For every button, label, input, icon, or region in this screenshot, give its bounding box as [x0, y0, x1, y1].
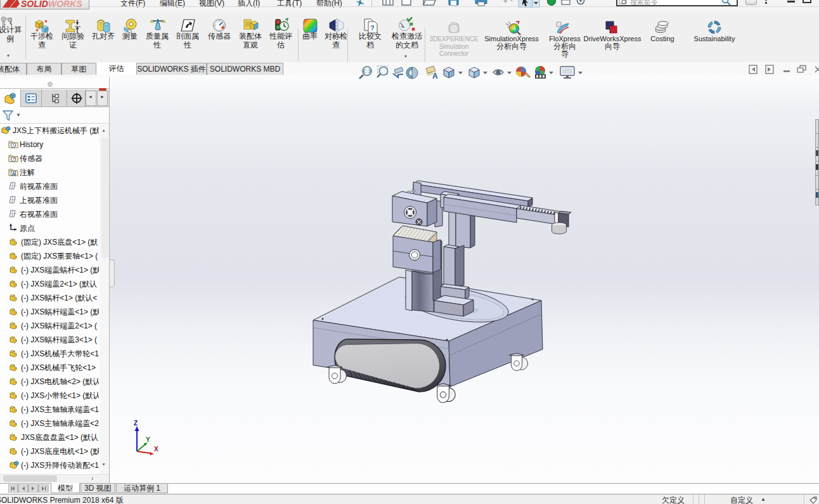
svg-text:SOLID: SOLID	[21, 0, 48, 9]
svg-text:WORKS: WORKS	[48, 0, 82, 9]
svg-text:搜索命令: 搜索命令	[630, 0, 658, 6]
svg-text:A: A	[432, 72, 438, 81]
svg-text:X: X	[154, 446, 158, 453]
svg-text:Y: Y	[146, 436, 150, 443]
svg-text:?: ?	[370, 24, 375, 32]
svg-text:Z: Z	[134, 420, 138, 427]
svg-text:A: A	[12, 171, 15, 176]
